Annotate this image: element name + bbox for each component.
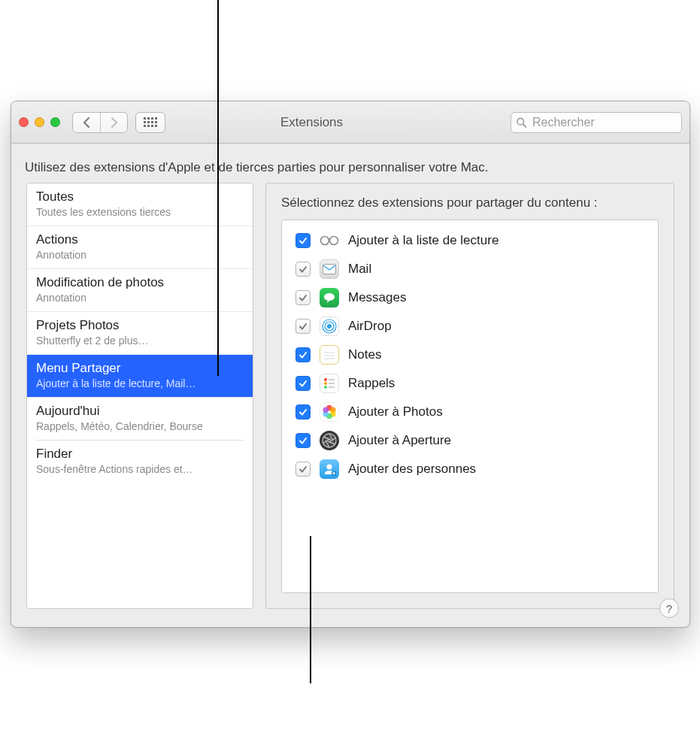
extension-checkbox (295, 262, 311, 277)
svg-line-1 (523, 124, 526, 127)
airdrop-icon (320, 317, 339, 336)
svg-point-3 (330, 237, 338, 245)
back-button[interactable] (73, 113, 100, 132)
svg-point-11 (324, 378, 327, 381)
content-split: Toutes Toutes les extensions tierces Act… (11, 183, 689, 625)
sidebar-item-edit-photos[interactable]: Modification de photos Annotation (27, 268, 253, 311)
titlebar: Extensions (11, 101, 689, 144)
svg-point-12 (324, 382, 327, 385)
extension-row: Ajouter à Photos (292, 398, 647, 426)
minimize-window-button[interactable] (35, 117, 44, 127)
mail-icon (320, 259, 339, 279)
search-field-container (511, 112, 682, 133)
notes-icon (320, 345, 339, 365)
extension-checkbox[interactable] (295, 233, 311, 248)
categories-sidebar: Toutes Toutes les extensions tierces Act… (26, 183, 253, 609)
extension-row: Ajouter à Aperture (292, 426, 647, 455)
chevron-right-icon (110, 117, 118, 128)
extension-checkbox (295, 290, 311, 305)
preferences-window: Extensions Utilisez des extensions d'App… (11, 101, 690, 628)
extension-name: Ajouter des personnes (348, 462, 476, 477)
sidebar-item-title: Menu Partager (36, 361, 244, 376)
sidebar-item-actions[interactable]: Actions Annotation (27, 226, 253, 268)
extension-name: Notes (348, 347, 381, 362)
panel-heading: Sélectionnez des extensions pour partage… (281, 195, 659, 211)
extension-name: Mail (348, 262, 371, 277)
extension-checkbox[interactable] (295, 347, 311, 362)
sidebar-item-photo-projects[interactable]: Projets Photos Shutterfly et 2 de plus… (27, 311, 253, 354)
svg-point-2 (321, 237, 329, 245)
extensions-list: Ajouter à la liste de lectureMailMessage… (281, 220, 659, 593)
sidebar-item-subtitle: Shutterfly et 2 de plus… (36, 335, 244, 347)
sidebar-item-subtitle: Annotation (36, 292, 244, 304)
extension-checkbox[interactable] (295, 376, 311, 391)
aperture-icon (320, 431, 339, 450)
sidebar-item-all[interactable]: Toutes Toutes les extensions tierces (27, 183, 253, 226)
sidebar-item-today[interactable]: Aujourd'hui Rappels, Météo, Calendrier, … (27, 397, 253, 440)
extension-row: Mail (292, 255, 647, 283)
sidebar-item-share-menu[interactable]: Menu Partager Ajouter à la liste de lect… (27, 354, 253, 397)
search-input[interactable] (531, 113, 677, 132)
sidebar-item-subtitle: Annotation (36, 249, 244, 261)
extension-row: Notes (292, 341, 647, 369)
people-icon (320, 459, 339, 479)
svg-point-5 (327, 324, 332, 329)
svg-rect-4 (323, 265, 336, 274)
extension-checkbox (295, 319, 311, 334)
window-subtitle: Utilisez des extensions d'Apple et de ti… (11, 144, 689, 183)
messages-icon (320, 288, 339, 307)
extensions-panel: Sélectionnez des extensions pour partage… (265, 183, 674, 609)
extension-row: Rappels (292, 369, 647, 398)
photos-icon (320, 402, 339, 422)
question-mark-icon: ? (666, 602, 672, 615)
sidebar-item-finder[interactable]: Finder Sous-fenêtre Actions rapides et… (27, 441, 253, 483)
extension-row: Ajouter à la liste de lecture (292, 226, 647, 255)
window-title: Extensions (120, 115, 503, 130)
sidebar-item-subtitle: Ajouter à la liste de lecture, Mail… (36, 377, 244, 389)
extension-name: Ajouter à Photos (348, 404, 443, 419)
reminders-icon (320, 374, 339, 393)
sidebar-item-title: Modification de photos (36, 275, 244, 290)
svg-point-13 (324, 386, 327, 389)
sidebar-item-subtitle: Toutes les extensions tierces (36, 206, 244, 218)
help-button[interactable]: ? (659, 598, 679, 618)
sidebar-item-title: Finder (36, 447, 244, 462)
svg-point-24 (327, 465, 332, 470)
sidebar-item-title: Aujourd'hui (36, 404, 244, 419)
zoom-window-button[interactable] (50, 117, 60, 127)
svg-point-23 (323, 434, 336, 447)
extension-name: Ajouter à Aperture (348, 433, 451, 448)
sidebar-item-title: Actions (36, 232, 244, 247)
back-forward-segmented (72, 112, 128, 133)
extension-name: Ajouter à la liste de lecture (348, 233, 498, 248)
sidebar-item-title: Toutes (36, 189, 244, 204)
extension-name: Rappels (348, 376, 395, 391)
extension-name: Messages (348, 290, 406, 305)
extension-row: AirDrop (292, 312, 647, 341)
extension-checkbox[interactable] (295, 404, 311, 419)
callout-leader-bottom (310, 536, 311, 683)
sidebar-item-subtitle: Rappels, Météo, Calendrier, Bourse (36, 420, 244, 432)
extension-checkbox (295, 462, 311, 477)
extension-row: Ajouter des personnes (292, 455, 647, 483)
traffic-lights (19, 117, 65, 127)
callout-leader-top (217, 0, 219, 376)
extension-row: Messages (292, 283, 647, 312)
chevron-left-icon (83, 117, 91, 128)
sidebar-item-title: Projets Photos (36, 318, 244, 333)
extension-name: AirDrop (348, 319, 392, 334)
svg-point-22 (323, 407, 329, 413)
reading-list-icon (320, 231, 339, 250)
extension-checkbox[interactable] (295, 433, 311, 448)
search-icon (516, 117, 527, 128)
close-window-button[interactable] (19, 117, 29, 127)
sidebar-item-subtitle: Sous-fenêtre Actions rapides et… (36, 463, 244, 475)
